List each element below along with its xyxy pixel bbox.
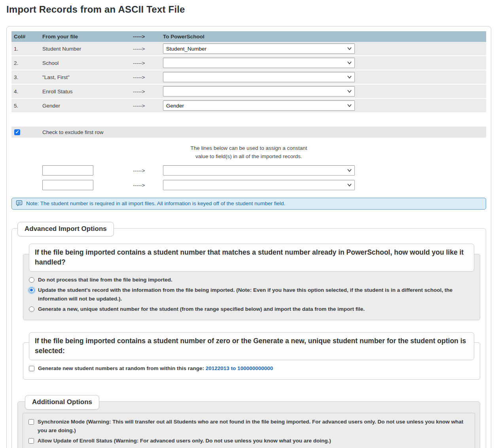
mapping-row-3: 3. "Last, First" -----> bbox=[11, 70, 486, 85]
match-option-skip: Do not process that line from the file b… bbox=[29, 276, 475, 284]
file-field-label: School bbox=[42, 60, 133, 66]
constant-field-select-2[interactable] bbox=[163, 180, 355, 190]
to-powerschool-select-2[interactable] bbox=[163, 58, 355, 68]
import-form-container: Col# From your file -----> To PowerSchoo… bbox=[6, 26, 491, 448]
map-arrow: -----> bbox=[133, 182, 163, 188]
row-number: 5. bbox=[14, 103, 42, 109]
allow-update-enroll-label: Allow Update of Enroll Status (Warning: … bbox=[38, 437, 470, 445]
match-option-label: Update the student's record with the inf… bbox=[38, 286, 475, 303]
constant-value-input-1[interactable] bbox=[42, 165, 93, 176]
file-field-label: Enroll Status bbox=[42, 89, 133, 95]
match-option-label: Do not process that line from the file b… bbox=[38, 276, 475, 284]
map-arrow: -----> bbox=[133, 103, 163, 109]
zero-number-panel: If the file being imported contains a st… bbox=[23, 342, 480, 380]
match-option-skip-radio[interactable] bbox=[29, 277, 34, 283]
mapping-row-2: 2. School -----> bbox=[11, 56, 486, 70]
mapping-table-header: Col# From your file -----> To PowerSchoo… bbox=[11, 31, 486, 42]
allow-update-enroll-option: Allow Update of Enroll Status (Warning: … bbox=[28, 437, 470, 445]
range-values: 20122013 to 100000000000 bbox=[206, 365, 273, 371]
exclude-first-row-checkbox[interactable] bbox=[14, 129, 20, 135]
matching-number-question: If the file being imported contains a st… bbox=[29, 244, 474, 272]
header-arrow: -----> bbox=[133, 34, 163, 40]
exclude-first-row-label: Check to exclude first row bbox=[42, 129, 486, 135]
file-field-label: Gender bbox=[42, 103, 133, 109]
constant-field-select-1[interactable] bbox=[163, 165, 355, 176]
map-arrow: -----> bbox=[133, 168, 163, 174]
synchronize-mode-checkbox[interactable] bbox=[28, 419, 34, 425]
additional-options-legend: Additional Options bbox=[25, 395, 99, 410]
map-arrow: -----> bbox=[133, 89, 163, 95]
to-powerschool-select-3[interactable] bbox=[163, 72, 355, 82]
generate-range-label: Generate new student numbers at random f… bbox=[38, 364, 475, 373]
note-text: Note: The student number is required in … bbox=[26, 200, 285, 206]
row-number: 1. bbox=[14, 46, 42, 52]
to-powerschool-select-1[interactable]: Student_Number bbox=[163, 43, 355, 54]
constant-row-1: -----> bbox=[11, 165, 486, 176]
to-powerschool-select-5[interactable]: Gender bbox=[163, 100, 355, 111]
synchronize-mode-label: Synchronize Mode (Warning: This will tra… bbox=[38, 418, 470, 435]
advanced-import-options-fieldset: Advanced Import Options If the file bein… bbox=[11, 228, 486, 448]
match-option-update-radio[interactable] bbox=[29, 287, 34, 293]
synchronize-mode-option: Synchronize Mode (Warning: This will tra… bbox=[28, 418, 470, 435]
advanced-import-options-legend: Advanced Import Options bbox=[17, 222, 114, 236]
mapping-row-4: 4. Enroll Status -----> bbox=[11, 85, 486, 99]
map-arrow: -----> bbox=[133, 74, 163, 80]
constant-value-input-2[interactable] bbox=[42, 180, 93, 190]
note-banner: Note: The student number is required in … bbox=[11, 198, 486, 210]
row-number: 2. bbox=[14, 60, 42, 66]
row-number: 3. bbox=[14, 74, 42, 80]
header-from-your-file: From your file bbox=[42, 34, 133, 40]
additional-options-fieldset: Additional Options Synchronize Mode (War… bbox=[17, 401, 480, 448]
page-title: Import Records from an ASCII Text File bbox=[6, 4, 498, 15]
mapping-row-1: 1. Student Number -----> Student_Number bbox=[11, 42, 486, 56]
to-powerschool-select-4[interactable] bbox=[163, 86, 355, 96]
matching-number-panel: If the file being imported contains a st… bbox=[23, 254, 480, 320]
file-field-label: "Last, First" bbox=[42, 74, 133, 80]
allow-update-enroll-checkbox[interactable] bbox=[28, 438, 34, 444]
note-comment-icon bbox=[16, 200, 23, 207]
generate-range-checkbox[interactable] bbox=[29, 366, 34, 371]
generate-range-option: Generate new student numbers at random f… bbox=[29, 364, 475, 373]
exclude-first-row: Check to exclude first row bbox=[11, 127, 486, 138]
file-field-label: Student Number bbox=[42, 46, 133, 52]
header-to-powerschool: To PowerSchool bbox=[163, 34, 486, 40]
match-option-generate: Generate a new, unique student number fo… bbox=[29, 305, 475, 314]
header-col: Col# bbox=[14, 34, 42, 40]
map-arrow: -----> bbox=[133, 46, 163, 52]
constant-helper-text: The lines below can be used to assign a … bbox=[11, 144, 486, 161]
map-arrow: -----> bbox=[133, 60, 163, 66]
match-option-update: Update the student's record with the inf… bbox=[29, 286, 475, 303]
row-number: 4. bbox=[14, 89, 42, 95]
constant-row-2: -----> bbox=[11, 180, 486, 190]
mapping-row-5: 5. Gender -----> Gender bbox=[11, 99, 486, 113]
additional-options-box: Synchronize Mode (Warning: This will tra… bbox=[23, 413, 475, 448]
zero-number-question: If the file being imported contains a st… bbox=[29, 332, 474, 360]
match-option-label: Generate a new, unique student number fo… bbox=[38, 305, 475, 314]
match-option-generate-radio[interactable] bbox=[29, 306, 34, 312]
